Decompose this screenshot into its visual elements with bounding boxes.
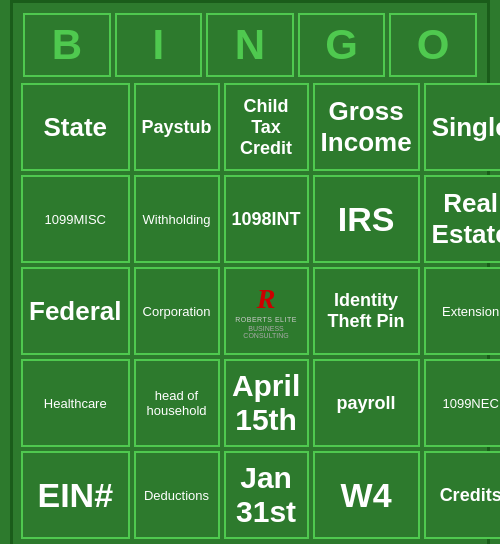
cell-deductions: Deductions (134, 451, 220, 539)
cell-healthcare: Healthcare (21, 359, 130, 447)
logo-r: R (257, 283, 276, 315)
cell-free: R ROBERTS ELITE BUSINESS CONSULTING (224, 267, 309, 355)
cell-1099nec: 1099NEC (424, 359, 500, 447)
cell-w4: W4 (313, 451, 420, 539)
cell-1098int: 1098INT (224, 175, 309, 263)
cell-1099misc: 1099MISC (21, 175, 130, 263)
logo-subtitle: BUSINESS CONSULTING (232, 325, 301, 339)
cell-identity-theft-pin: Identity Theft Pin (313, 267, 420, 355)
cell-payroll: payroll (313, 359, 420, 447)
cell-credits: Credits (424, 451, 500, 539)
cell-paystub: Paystub (134, 83, 220, 171)
cell-federal: Federal (21, 267, 130, 355)
cell-single: Single (424, 83, 500, 171)
bingo-header: B I N G O (21, 11, 479, 79)
bingo-grid: State Paystub Child Tax Credit Gross Inc… (21, 83, 479, 539)
cell-gross-income: Gross Income (313, 83, 420, 171)
cell-extension: Extension (424, 267, 500, 355)
header-i: I (115, 13, 203, 77)
header-b: B (23, 13, 111, 77)
cell-real-estate: Real Estate (424, 175, 500, 263)
cell-irs: IRS (313, 175, 420, 263)
header-n: N (206, 13, 294, 77)
cell-child-tax-credit: Child Tax Credit (224, 83, 309, 171)
header-o: O (389, 13, 477, 77)
cell-jan-31st: Jan 31st (224, 451, 309, 539)
logo-name: ROBERTS ELITE (235, 315, 297, 324)
cell-corporation: Corporation (134, 267, 220, 355)
bingo-card: B I N G O State Paystub Child Tax Credit… (10, 0, 490, 544)
header-g: G (298, 13, 386, 77)
cell-april-15th: April 15th (224, 359, 309, 447)
cell-head-of-household: head of household (134, 359, 220, 447)
cell-state: State (21, 83, 130, 171)
cell-withholding: Withholding (134, 175, 220, 263)
cell-ein: EIN# (21, 451, 130, 539)
